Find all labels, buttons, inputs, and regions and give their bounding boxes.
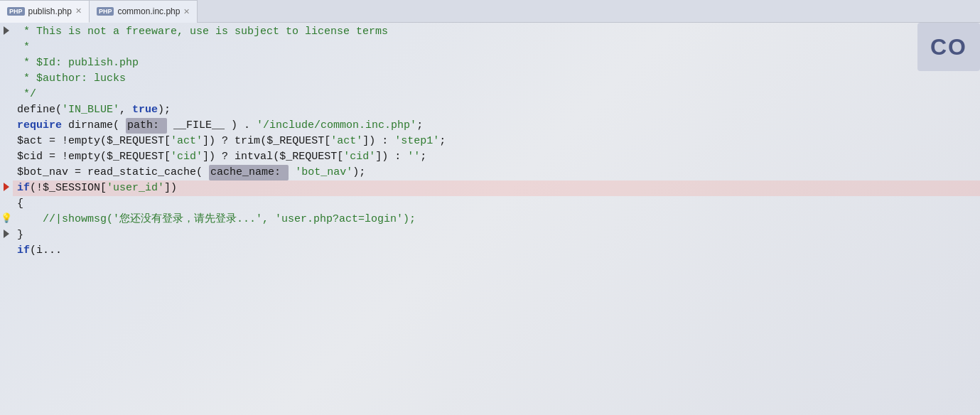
arrow-icon-1 [4, 26, 9, 35]
code-line-15: if(i... [13, 243, 980, 259]
tab-close-2[interactable]: ✕ [183, 7, 190, 16]
co-popup: CO [917, 23, 980, 71]
php-badge-1: PHP [7, 7, 25, 16]
line9-str2: 'cid' [343, 149, 375, 165]
tab-bar: PHP publish.php ✕ PHP common.inc.php ✕ [0, 0, 980, 23]
line11-p: (! [30, 180, 43, 196]
line10-param: cache_name: [209, 165, 289, 180]
gutter-empty-2 [1, 38, 11, 54]
line1-text: * This is not a freeware, use is subject… [17, 24, 388, 40]
code-line-13: //|showmsg('您还没有登录，请先登录...', 'user.php?a… [13, 212, 980, 227]
line10-sp [289, 165, 295, 180]
line9-var: $cid = [17, 149, 62, 165]
line9-b1: ]) ? [203, 149, 235, 165]
code-line-8: $act = !empty($_REQUEST['act']) ? trim($… [13, 134, 980, 149]
code-lines: * This is not a freeware, use is subject… [13, 23, 980, 415]
line12-text: { [17, 196, 23, 212]
code-line-2: * [13, 40, 980, 55]
gutter-empty-3 [1, 54, 11, 70]
line3-text: * $Id: publish.php [17, 55, 139, 71]
line11-end: ]) [164, 180, 177, 196]
line9-b2: ]) : [375, 149, 407, 165]
line9-empty: empty [68, 149, 100, 165]
gutter-arrow-11 [1, 179, 11, 195]
tab-publish-php[interactable]: PHP publish.php ✕ [0, 0, 90, 23]
code-line-4: * $author: lucks [13, 71, 980, 87]
line9-semi: ; [420, 149, 426, 165]
gutter-empty-8 [1, 132, 11, 148]
tab-common-inc-php[interactable]: PHP common.inc.php ✕ [90, 0, 198, 23]
line10-end: ); [352, 165, 365, 180]
line6-define: define( [17, 102, 62, 118]
tab-label-2: common.inc.php [117, 6, 180, 16]
line8-trim: trim [235, 134, 260, 149]
line8-str2: 'act' [330, 134, 362, 149]
line7-file: __FILE__ ) . [167, 118, 257, 134]
gutter-empty-12 [1, 195, 11, 210]
code-line-5: */ [13, 87, 980, 102]
line11-str: 'user_id' [107, 180, 164, 196]
line10-str: 'bot_nav' [295, 165, 352, 180]
line13-text: //|showmsg('您还没有登录，请先登录...', 'user.php?a… [17, 212, 416, 227]
line7-param: path: [126, 118, 167, 134]
line6-str: 'IN_BLUE' [62, 102, 119, 118]
line8-str1: 'act' [171, 134, 203, 149]
line2-text: * [17, 40, 30, 55]
line6-end: ); [158, 102, 171, 118]
line8-var: $act = [17, 134, 62, 149]
arrow-icon-14 [4, 230, 9, 238]
gutter-empty-7 [1, 117, 11, 132]
gutter-empty-6 [1, 101, 11, 117]
code-line-12: { [13, 196, 980, 212]
line7-sp: dirname( [62, 118, 126, 134]
line8-b1: ]) ? [203, 134, 235, 149]
line9-req2: ($_REQUEST[ [273, 149, 343, 165]
gutter-empty-9 [1, 148, 11, 163]
gutter: 💡 [0, 23, 13, 415]
code-line-10: $bot_nav = read_static_cache( cache_name… [13, 165, 980, 180]
line8-semi: ; [439, 134, 446, 149]
line15-text: if [17, 243, 30, 259]
line9-intval: intval [235, 149, 273, 165]
line8-req1: ($_REQUEST[ [100, 134, 171, 149]
line14-text: } [17, 227, 23, 243]
code-line-1: * This is not a freeware, use is subject… [13, 24, 980, 40]
gutter-arrow-14 [1, 226, 11, 242]
line8-req2: ($_REQUEST[ [260, 134, 330, 149]
line7-semi: ; [416, 118, 423, 134]
line6-comma: , [119, 102, 132, 118]
editor-container: PHP publish.php ✕ PHP common.inc.php ✕ [0, 0, 980, 415]
line8-str3: 'step1' [394, 134, 439, 149]
line6-true: true [132, 102, 158, 118]
code-line-3: * $Id: publish.php [13, 55, 980, 71]
line9-op: ! [62, 149, 68, 165]
code-line-14: } [13, 227, 980, 243]
gutter-empty-4 [1, 70, 11, 85]
line7-str: '/include/common.inc.php' [257, 118, 416, 134]
line11-bracket: [ [100, 180, 107, 196]
line10-func: read_static_cache [87, 165, 196, 180]
tab-close-1[interactable]: ✕ [75, 6, 82, 16]
gutter-empty-10 [1, 163, 11, 179]
gutter-arrow-1 [1, 23, 11, 38]
code-line-7: require dirname( path: __FILE__ ) . '/in… [13, 118, 980, 134]
line8-op: ! [62, 134, 68, 149]
co-text: CO [930, 34, 967, 60]
code-area: 💡 * This is not a freeware, use is subje… [0, 23, 980, 415]
line8-empty: empty [68, 134, 100, 149]
code-line-9: $cid = !empty($_REQUEST['cid']) ? intval… [13, 149, 980, 165]
arrow-icon-11 [4, 183, 9, 191]
code-line-6: define('IN_BLUE', true); [13, 102, 980, 118]
line9-str1: 'cid' [171, 149, 203, 165]
line9-req1: ($_REQUEST[ [100, 149, 171, 165]
code-line-11: if(!$_SESSION['user_id']) [13, 180, 980, 196]
tab-label-1: publish.php [28, 6, 72, 16]
line4-text: * $author: lucks [17, 71, 126, 87]
gutter-empty-5 [1, 85, 11, 101]
line7-require: require [17, 118, 62, 134]
line9-str3: '' [407, 149, 420, 165]
line10-p1: ( [196, 165, 209, 180]
bulb-icon: 💡 [1, 212, 12, 224]
line5-text: */ [17, 87, 36, 102]
line10-var: $bot_nav = [17, 165, 87, 180]
